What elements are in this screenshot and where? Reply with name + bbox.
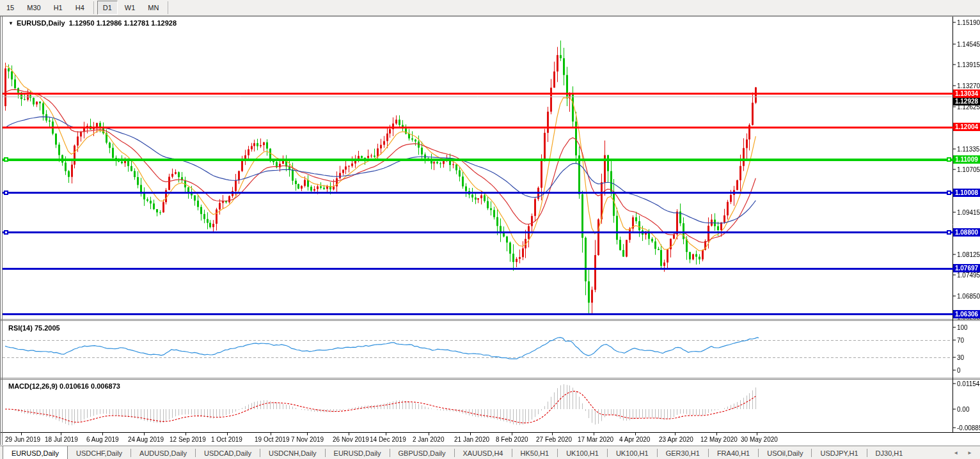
timeframe-button-15[interactable]: 15	[1, 1, 20, 15]
level-drag-handle[interactable]	[4, 191, 8, 195]
price-level-badge: 1.07697	[953, 264, 980, 272]
toolbar-separator	[93, 1, 94, 14]
rsi-axis-label: 100	[957, 324, 968, 331]
level-drag-handle[interactable]	[947, 230, 951, 235]
tab-usoil-daily-13[interactable]: USOil,Daily	[759, 446, 811, 459]
price-level-badge: 1.12004	[953, 123, 980, 131]
rsi-axis-label: 70	[957, 337, 964, 344]
date-axis-label: 27 Feb 2020	[536, 436, 572, 443]
price-axis-label: 1.06850	[957, 293, 980, 300]
date-axis-label: 6 Aug 2019	[86, 436, 119, 443]
date-axis-label: 1 Oct 2019	[211, 436, 242, 443]
macd-axis-label: 0.00	[957, 406, 969, 413]
date-axis-label: 30 May 2020	[741, 436, 778, 443]
price-axis-label: 1.09415	[957, 209, 980, 216]
date-axis-label: 7 Nov 2019	[291, 436, 324, 443]
price-axis-label: 1.07495	[957, 272, 980, 279]
chevron-down-icon[interactable]: ▼	[8, 20, 13, 26]
date-axis-label: 18 Jul 2019	[45, 436, 78, 443]
current-price-badge: 1.12928	[953, 97, 980, 105]
level-drag-handle[interactable]	[947, 191, 951, 195]
price-axis-label: 1.15190	[957, 19, 980, 26]
date-axis-label: 12 Sep 2019	[170, 436, 206, 443]
level-drag-handle[interactable]	[4, 157, 8, 162]
level-drag-handle[interactable]	[4, 230, 8, 235]
price-level-badge: 1.13034	[953, 89, 980, 98]
date-axis-label: 24 Aug 2019	[128, 436, 164, 443]
timeframe-button-D1[interactable]: D1	[97, 1, 118, 15]
macd-axis-label: -0.008853	[957, 424, 980, 432]
tab-dj30-h1-15[interactable]: DJ30,H1	[867, 446, 912, 459]
chart-ohlc-values: 1.12950 1.12986 1.12781 1.12928	[69, 19, 177, 27]
date-axis-label: 14 Dec 2019	[370, 436, 406, 443]
tab-xauusd-h4-7[interactable]: XAUUSD,H4	[455, 446, 512, 459]
chart-window: ▼EURUSD,Daily 1.12950 1.12986 1.12781 1.…	[0, 16, 980, 445]
date-axis-label: 29 Jun 2019	[5, 436, 40, 443]
timeframe-button-M30[interactable]: M30	[21, 1, 46, 15]
date-axis-label: 2 Jan 2020	[413, 436, 445, 443]
tab-usdcad-daily-3[interactable]: USDCAD,Daily	[196, 446, 260, 459]
tab-uk100-h1-9[interactable]: UK100,H1	[558, 446, 607, 459]
rsi-indicator-label: RSI(14) 75.2005	[8, 324, 60, 332]
chart-title: ▼EURUSD,Daily 1.12950 1.12986 1.12781 1.…	[8, 19, 177, 27]
tab-eurusd-daily-5[interactable]: EURUSD,Daily	[326, 446, 390, 459]
price-level-badge: 1.10008	[953, 189, 980, 197]
price-level-badge: 1.08800	[953, 228, 980, 237]
chart-tab-bar: EURUSD,DailyUSDCHF,DailyAUDUSD,DailyUSDC…	[0, 446, 980, 459]
tab-hk50-h1-8[interactable]: HK50,H1	[512, 446, 558, 459]
trading-terminal: 15M30H1H4D1W1MN ▼EURUSD,Daily 1.12950 1.…	[0, 0, 980, 459]
price-level-badge: 1.06306	[953, 310, 980, 318]
rsi-axis-label: 0	[957, 367, 961, 374]
price-axis-label: 1.13915	[957, 61, 980, 68]
tab-gbpusd-daily-6[interactable]: GBPUSD,Daily	[390, 446, 454, 459]
date-axis-label: 26 Nov 2019	[333, 436, 369, 443]
tab-eurusd-daily-0[interactable]: EURUSD,Daily	[3, 446, 68, 459]
tab-fra40-h1-12[interactable]: FRA40,H1	[709, 446, 758, 459]
tab-ger30-h1-11[interactable]: GER30,H1	[658, 446, 708, 459]
tab-usdcnh-daily-4[interactable]: USDCNH,Daily	[260, 446, 325, 459]
date-axis-label: 8 Feb 2020	[496, 436, 528, 443]
timeframe-button-W1[interactable]: W1	[119, 1, 141, 15]
tab-uk100-h1-10[interactable]: UK100,H1	[608, 446, 657, 459]
price-axis-label: 1.13270	[957, 82, 980, 89]
price-axis-label: 1.14545	[957, 41, 980, 48]
rsi-axis-label: 30	[957, 354, 964, 361]
level-drag-handle[interactable]	[947, 157, 951, 162]
chart-symbol-label: EURUSD,Daily	[17, 19, 65, 27]
tab-scroll-left-icon[interactable]: ◄	[953, 450, 958, 456]
tab-usdchf-daily-1[interactable]: USDCHF,Daily	[68, 446, 130, 459]
timeframe-button-H1[interactable]: H1	[48, 1, 68, 15]
macd-indicator-label: MACD(12,26,9) 0.010616 0.006873	[8, 382, 120, 390]
price-axis-label: 1.11335	[957, 146, 979, 153]
tab-scroll-controls: ◄►	[945, 446, 980, 459]
tab-usdjpy-h1-14[interactable]: USDJPY,H1	[812, 446, 866, 459]
tab-audusd-daily-2[interactable]: AUDUSD,Daily	[131, 446, 195, 459]
price-level-badge: 1.11009	[953, 155, 980, 164]
macd-axis-label: 0.011544	[957, 380, 980, 387]
tab-scroll-right-icon[interactable]: ►	[967, 450, 972, 456]
date-axis-label: 12 May 2020	[700, 436, 738, 443]
date-axis-label: 4 Apr 2020	[619, 436, 650, 443]
toolbar-separator	[168, 1, 168, 14]
timeframe-button-MN[interactable]: MN	[142, 1, 164, 15]
date-axis-label: 21 Jan 2020	[454, 436, 489, 443]
price-axis-label: 1.08125	[957, 251, 980, 258]
timeframe-toolbar: 15M30H1H4D1W1MN	[0, 0, 980, 16]
chart-canvas[interactable]	[0, 16, 980, 445]
price-axis-label: 1.10705	[957, 166, 980, 173]
date-axis-label: 23 Apr 2020	[659, 436, 693, 443]
timeframe-button-H4[interactable]: H4	[70, 1, 90, 15]
date-axis-label: 17 Mar 2020	[578, 436, 613, 443]
date-axis-label: 19 Oct 2019	[255, 436, 289, 443]
